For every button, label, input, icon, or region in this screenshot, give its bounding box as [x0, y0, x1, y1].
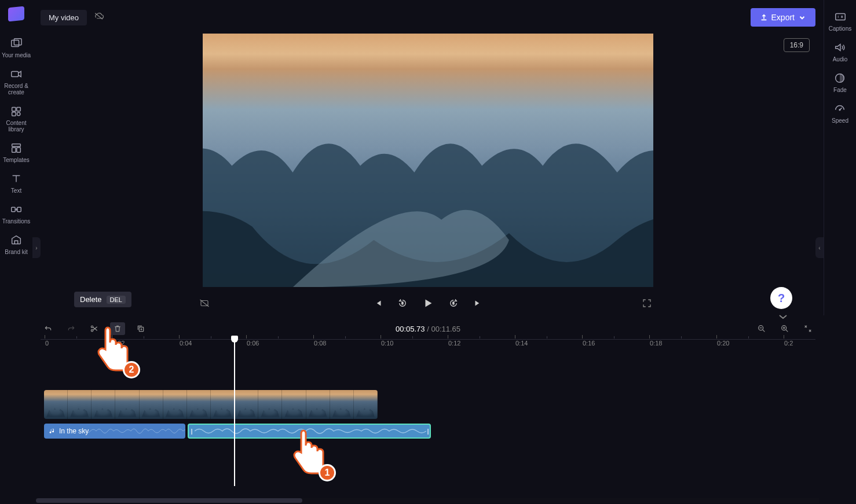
speed-icon	[833, 102, 846, 115]
sidebar-item-brand-kit[interactable]: Brand kit	[3, 229, 28, 260]
ruler-tick: 0	[45, 340, 49, 347]
timeline-ruler[interactable]: 0 0:02 0:04 0:06 0:08 0:10 0:12 0:14 0:1…	[41, 339, 815, 351]
sidebar-item-record-create[interactable]: Record & create	[0, 63, 32, 100]
sidebar-item-content-library[interactable]: Content library	[0, 100, 32, 137]
collapse-preview-icon[interactable]	[778, 311, 788, 322]
templates-icon	[10, 142, 23, 154]
sidebar-item-captions[interactable]: Captions	[828, 6, 853, 36]
timecode-total: 00:11.65	[431, 325, 460, 333]
delete-icon[interactable]	[110, 322, 125, 335]
svg-rect-8	[12, 148, 16, 152]
aspect-ratio-button[interactable]: 16:9	[784, 38, 810, 52]
ruler-tick: 0:20	[717, 340, 729, 347]
ruler-tick: 0:02	[112, 340, 125, 347]
project-name-input[interactable]: My video	[41, 10, 87, 25]
video-clip[interactable]	[44, 390, 378, 419]
sidebar-item-label: Text	[11, 187, 21, 194]
sidebar-item-label: Audio	[833, 56, 848, 62]
svg-rect-3	[12, 108, 16, 111]
left-panel-expand[interactable]: ›	[32, 237, 41, 258]
skip-end-icon[interactable]	[473, 298, 483, 311]
audio-clip-2-selected[interactable]: || ||	[188, 424, 431, 439]
help-button[interactable]: ?	[770, 287, 792, 309]
cloud-sync-off-icon[interactable]	[94, 12, 104, 23]
ruler-tick: 0:16	[583, 340, 595, 347]
app-logo[interactable]	[8, 6, 24, 22]
zoom-in-icon[interactable]	[777, 322, 792, 335]
autofit-icon[interactable]	[199, 298, 210, 311]
seek-forward-icon[interactable]: 5	[448, 298, 459, 311]
zoom-out-icon[interactable]	[754, 322, 769, 335]
text-icon	[10, 172, 23, 185]
sidebar-item-text[interactable]: Text	[9, 168, 24, 198]
sidebar-item-your-media[interactable]: Your media	[1, 32, 32, 63]
audio-icon	[833, 41, 846, 54]
tooltip-key: DEL	[107, 296, 126, 304]
svg-rect-4	[17, 108, 20, 111]
skip-start-icon[interactable]	[373, 298, 383, 311]
svg-rect-7	[12, 144, 21, 147]
preview-canvas[interactable]	[203, 34, 653, 287]
sidebar-item-label: Fade	[833, 87, 847, 93]
play-icon[interactable]	[422, 297, 434, 312]
chevron-down-icon	[798, 13, 806, 21]
media-icon	[10, 37, 23, 50]
ruler-tick: 0:06	[247, 340, 259, 347]
svg-rect-9	[17, 148, 20, 152]
upload-icon	[760, 13, 768, 21]
sidebar-item-transitions[interactable]: Transitions	[1, 198, 32, 229]
scrollbar-thumb[interactable]	[36, 498, 302, 503]
split-icon[interactable]	[87, 322, 102, 335]
pointer-badge: 2	[123, 361, 140, 378]
ruler-tick: 0:18	[650, 340, 662, 347]
svg-rect-1	[14, 39, 21, 45]
fade-icon	[833, 72, 846, 84]
playback-controls: 5 5	[373, 297, 483, 312]
seek-back-icon[interactable]: 5	[397, 298, 408, 311]
pointer-badge: 1	[319, 464, 336, 481]
right-panel-expand[interactable]: ‹	[815, 237, 824, 258]
svg-point-14	[840, 109, 841, 111]
svg-rect-10	[12, 207, 15, 211]
audio-clip-1[interactable]: In the sky	[44, 424, 185, 439]
right-sidebar: Captions Audio Fade Speed	[824, 0, 856, 315]
timeline-scrollbar[interactable]	[36, 498, 819, 503]
timecode: 00:05.73 / 00:11.65	[396, 325, 460, 333]
sidebar-item-label: Transitions	[2, 218, 31, 225]
svg-rect-0	[12, 41, 19, 47]
export-button[interactable]: Export	[751, 8, 815, 27]
redo-icon[interactable]	[64, 322, 79, 335]
sidebar-item-fade[interactable]: Fade	[832, 67, 848, 98]
brand-kit-icon	[10, 234, 23, 247]
ruler-tick: 0:08	[314, 340, 326, 347]
transitions-icon	[10, 203, 23, 216]
ruler-tick: 0:14	[515, 340, 528, 347]
tooltip-label: Delete	[80, 295, 102, 304]
sidebar-item-speed[interactable]: Speed	[831, 98, 850, 128]
ruler-tick: 0:12	[448, 340, 460, 347]
svg-point-6	[17, 112, 20, 116]
sidebar-item-label: Record & create	[1, 83, 31, 95]
track-area: In the sky || ||	[44, 390, 815, 439]
playhead[interactable]	[234, 337, 235, 486]
svg-rect-12	[835, 14, 845, 20]
duplicate-icon[interactable]	[133, 322, 148, 335]
clip-handle-left[interactable]: ||	[189, 425, 193, 437]
timeline-toolbar: 00:05.73 / 00:11.65	[41, 322, 815, 336]
svg-rect-2	[12, 71, 19, 76]
preview-area: 16:9	[41, 32, 815, 289]
sidebar-item-audio[interactable]: Audio	[832, 36, 849, 67]
export-label: Export	[771, 13, 795, 22]
library-icon	[10, 105, 23, 117]
fullscreen-icon[interactable]	[642, 298, 652, 311]
waveform	[195, 426, 426, 436]
waveform	[79, 426, 185, 436]
fit-timeline-icon[interactable]	[800, 322, 815, 335]
ruler-tick: 0:2	[784, 340, 793, 347]
svg-rect-5	[12, 112, 16, 116]
preview-image	[203, 34, 653, 287]
sidebar-item-label: Templates	[3, 157, 30, 163]
sidebar-item-label: Content library	[1, 120, 31, 133]
sidebar-item-templates[interactable]: Templates	[2, 137, 31, 168]
undo-icon[interactable]	[41, 322, 56, 335]
